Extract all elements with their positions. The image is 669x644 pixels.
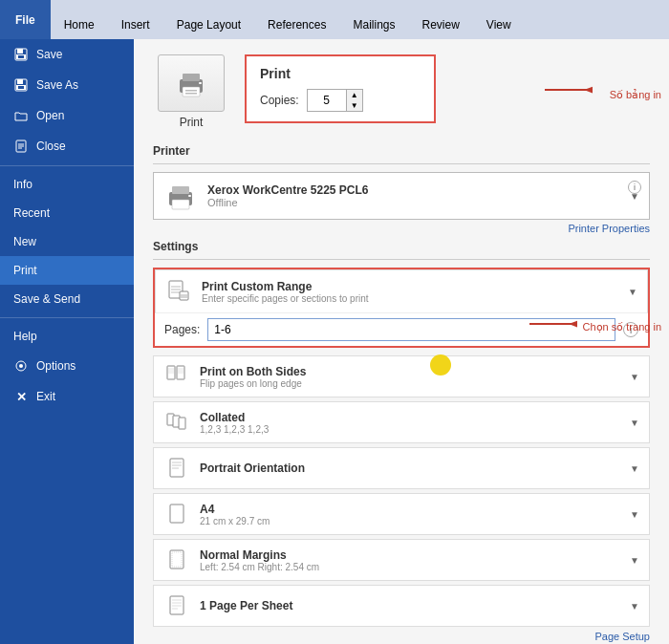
sidebar: Save Save As Open [0, 39, 134, 644]
tab-review[interactable]: Review [408, 10, 472, 39]
copies-input[interactable] [308, 90, 346, 111]
custom-range-icon [165, 278, 192, 305]
copies-box: Print Copies: ▲ ▼ [245, 54, 436, 123]
svg-rect-18 [185, 93, 197, 95]
both-sides-info: Print on Both Sides Flip pages on long e… [200, 365, 620, 389]
sidebar-item-info[interactable]: Info [0, 170, 134, 199]
close-doc-icon [13, 139, 29, 154]
printer-info: Xerox WorkCentre 5225 PCL6 Offline [207, 183, 620, 208]
svg-rect-1 [17, 49, 23, 54]
save-as-icon [13, 77, 29, 93]
svg-rect-7 [18, 86, 24, 89]
paper-size-title: A4 [200, 503, 620, 516]
paper-size-arrow[interactable]: ▼ [630, 509, 639, 520]
custom-range-subtitle: Enter specific pages or sections to prin… [202, 293, 618, 304]
copies-title: Print [260, 66, 421, 81]
tab-view[interactable]: View [473, 10, 525, 39]
custom-range-row[interactable]: Print Custom Range Enter specific pages … [155, 269, 648, 313]
copies-up-button[interactable]: ▲ [347, 90, 362, 100]
tab-mailings[interactable]: Mailings [339, 10, 408, 39]
tab-references[interactable]: References [254, 10, 339, 39]
sidebar-divider-2 [0, 317, 134, 318]
content-area: Số bảng in Chọn số trang in [134, 39, 669, 644]
annotation-pages: Chọn số trang in [583, 321, 661, 333]
pages-per-sheet-info: 1 Page Per Sheet [200, 599, 620, 612]
tab-file[interactable]: File [0, 0, 51, 39]
svg-rect-22 [172, 200, 189, 209]
custom-range-title: Print Custom Range [202, 280, 618, 293]
margins-row[interactable]: Normal Margins Left: 2.54 cm Right: 2.54… [153, 539, 650, 581]
printer-select-icon [163, 179, 198, 213]
copies-down-button[interactable]: ▼ [347, 100, 362, 111]
settings-section-divider [153, 259, 650, 260]
sidebar-item-open[interactable]: Open [0, 100, 134, 131]
copies-input-wrap: ▲ ▼ [307, 89, 363, 112]
arrow-copies [535, 82, 593, 111]
custom-range-arrow[interactable]: ▼ [628, 287, 637, 297]
collated-arrow[interactable]: ▼ [630, 418, 639, 428]
both-sides-subtitle: Flip pages on long edge [200, 378, 620, 389]
save-icon [13, 47, 29, 62]
sidebar-divider-1 [0, 165, 134, 166]
orientation-row[interactable]: Portrait Orientation ▼ [153, 447, 650, 489]
printer-select[interactable]: Xerox WorkCentre 5225 PCL6 Offline ▼ i [153, 172, 650, 220]
sidebar-item-options[interactable]: Options [0, 351, 134, 381]
margins-arrow[interactable]: ▼ [630, 555, 639, 566]
svg-rect-41 [179, 418, 185, 429]
svg-rect-19 [199, 82, 202, 84]
print-button[interactable] [158, 54, 225, 112]
sidebar-item-exit[interactable]: ✕ Exit [0, 381, 134, 412]
pages-per-sheet-row[interactable]: 1 Page Per Sheet ▼ [153, 585, 650, 627]
printer-info-icon[interactable]: i [628, 181, 641, 194]
paper-size-icon [163, 501, 190, 527]
printer-section-label: Printer [153, 144, 650, 158]
paper-size-row[interactable]: A4 21 cm x 29.7 cm ▼ [153, 493, 650, 535]
tab-page-layout[interactable]: Page Layout [163, 10, 254, 39]
orientation-title: Portrait Orientation [200, 462, 620, 475]
pages-per-sheet-title: 1 Page Per Sheet [200, 599, 620, 612]
printer-status: Offline [207, 197, 620, 208]
page-setup-link[interactable]: Page Setup [153, 631, 650, 642]
margins-icon [163, 547, 190, 573]
orientation-info: Portrait Orientation [200, 462, 620, 475]
printer-name: Xerox WorkCentre 5225 PCL6 [207, 183, 620, 197]
exit-icon: ✕ [13, 389, 29, 404]
sidebar-item-save-send[interactable]: Save & Send [0, 285, 134, 313]
pages-per-sheet-arrow[interactable]: ▼ [630, 601, 639, 612]
sidebar-item-print[interactable]: Print [0, 256, 134, 285]
copies-label: Copies: [260, 94, 299, 107]
sidebar-item-help[interactable]: Help [0, 322, 134, 351]
paper-size-info: A4 21 cm x 29.7 cm [200, 503, 620, 526]
sidebar-item-save-as[interactable]: Save As [0, 70, 134, 100]
sidebar-item-recent[interactable]: Recent [0, 199, 134, 227]
copies-row: Copies: ▲ ▼ [260, 89, 421, 112]
margins-info: Normal Margins Left: 2.54 cm Right: 2.54… [200, 548, 620, 572]
orientation-arrow[interactable]: ▼ [630, 463, 639, 474]
custom-range-info: Print Custom Range Enter specific pages … [202, 280, 618, 304]
arrow-pages [520, 316, 577, 345]
sidebar-item-save[interactable]: Save [0, 39, 134, 70]
collated-subtitle: 1,2,3 1,2,3 1,2,3 [200, 424, 620, 435]
tab-home[interactable]: Home [51, 10, 108, 39]
margins-subtitle: Left: 2.54 cm Right: 2.54 cm [200, 562, 620, 572]
both-sides-icon [163, 363, 190, 390]
orientation-icon [163, 455, 190, 482]
svg-rect-3 [18, 55, 24, 58]
annotation-copies: Số bảng in [610, 89, 661, 101]
svg-point-13 [19, 364, 23, 368]
open-icon [13, 108, 29, 123]
collated-row[interactable]: Collated 1,2,3 1,2,3 1,2,3 ▼ [153, 401, 650, 443]
sidebar-item-new[interactable]: New [0, 227, 134, 256]
svg-rect-46 [170, 504, 183, 523]
tab-insert[interactable]: Insert [108, 10, 163, 39]
printer-properties-link[interactable]: Printer Properties [153, 223, 650, 234]
options-icon [13, 358, 29, 374]
print-button-label: Print [180, 116, 204, 129]
paper-size-subtitle: 21 cm x 29.7 cm [200, 516, 620, 526]
both-sides-arrow[interactable]: ▼ [630, 372, 639, 382]
sidebar-item-close[interactable]: Close [0, 131, 134, 161]
both-sides-row[interactable]: Print on Both Sides Flip pages on long e… [153, 355, 650, 397]
svg-rect-5 [17, 79, 23, 84]
copies-spinners: ▲ ▼ [346, 90, 362, 111]
pages-label: Pages: [164, 323, 200, 336]
